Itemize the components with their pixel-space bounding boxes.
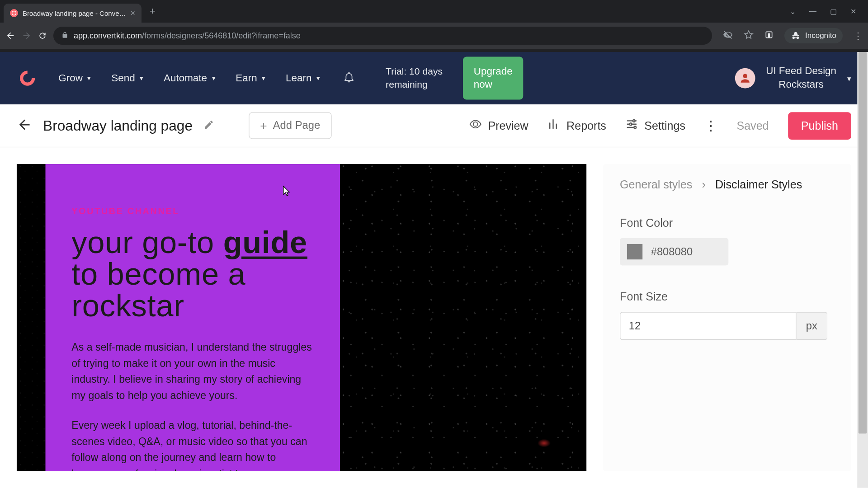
chevron-down-icon: ▾ — [316, 74, 320, 82]
incognito-badge[interactable]: Incognito — [784, 28, 843, 43]
team-name: UI Feed DesignRockstars — [766, 65, 836, 92]
editor-area: YOUTUBE CHANNEL your go-to guide to beco… — [0, 147, 868, 488]
maximize-icon[interactable]: ▢ — [830, 7, 837, 16]
eye-icon — [469, 117, 482, 134]
body-copy[interactable]: As a self-made musician, I understand th… — [71, 339, 314, 471]
chevron-down-icon: ▾ — [212, 74, 216, 82]
page-bar: Broadway landing page + Add Page Preview… — [0, 104, 868, 147]
settings-button[interactable]: Settings — [625, 117, 685, 134]
chevron-down-icon: ▾ — [262, 74, 265, 82]
font-size-unit: px — [797, 312, 828, 340]
eye-off-icon[interactable] — [723, 30, 733, 42]
edit-title-icon[interactable] — [203, 119, 214, 132]
browser-chrome: Broadway landing page - Conve… × + ⌄ — ▢… — [0, 0, 868, 52]
eyebrow-text[interactable]: YOUTUBE CHANNEL — [71, 206, 314, 216]
back-icon[interactable] — [5, 31, 15, 41]
convertkit-logo-icon[interactable] — [17, 67, 38, 89]
breadcrumb: General styles › Disclaimer Styles — [620, 178, 835, 192]
notifications-icon[interactable] — [343, 71, 354, 85]
tab-title: Broadway landing page - Conve… — [23, 9, 126, 17]
page-scrollbar[interactable] — [857, 52, 868, 488]
nav-earn[interactable]: Earn▾ — [236, 72, 265, 84]
svg-rect-2 — [768, 33, 770, 38]
preview-button[interactable]: Preview — [469, 117, 528, 134]
svg-point-6 — [634, 127, 636, 129]
svg-point-3 — [743, 74, 747, 78]
address-bar-right: Incognito ⋮ — [718, 28, 863, 43]
url-field[interactable]: app.convertkit.com/forms/designers/56468… — [53, 27, 712, 45]
incognito-label: Incognito — [805, 31, 836, 40]
tab-search-icon[interactable]: ⌄ — [790, 7, 796, 16]
browser-tab[interactable]: Broadway landing page - Conve… × — [4, 4, 142, 23]
reload-icon[interactable] — [38, 31, 47, 40]
trial-status: Trial: 10 daysremaining — [386, 66, 443, 91]
url-text: app.convertkit.com/forms/designers/56468… — [74, 31, 301, 41]
upgrade-button[interactable]: Upgradenow — [463, 56, 524, 99]
svg-point-5 — [630, 123, 632, 125]
hero-panel[interactable]: YOUTUBE CHANNEL your go-to guide to beco… — [45, 164, 340, 471]
saved-status: Saved — [736, 119, 769, 132]
svg-point-4 — [633, 120, 635, 122]
breadcrumb-current: Disclaimer Styles — [715, 178, 802, 192]
convertkit-favicon-icon — [10, 9, 18, 17]
font-color-label: Font Color — [620, 216, 835, 230]
scrollbar-thumb[interactable] — [859, 52, 867, 434]
bookmark-star-icon[interactable] — [744, 30, 754, 42]
minimize-icon[interactable]: — — [809, 7, 816, 16]
svg-point-0 — [12, 11, 16, 15]
incognito-icon — [791, 31, 801, 41]
page-title: Broadway landing page — [43, 117, 193, 134]
back-button[interactable] — [17, 117, 32, 135]
canvas[interactable]: YOUTUBE CHANNEL your go-to guide to beco… — [17, 164, 586, 471]
color-swatch[interactable] — [627, 244, 642, 259]
tab-bar: Broadway landing page - Conve… × + ⌄ — ▢… — [0, 0, 868, 23]
app-topnav: Grow▾ Send▾ Automate▾ Earn▾ Learn▾ Trial… — [0, 52, 868, 104]
forward-icon — [22, 31, 32, 41]
nav-grow[interactable]: Grow▾ — [58, 72, 91, 84]
style-panel: General styles › Disclaimer Styles Font … — [603, 164, 851, 471]
close-window-icon[interactable]: ✕ — [850, 7, 856, 16]
nav-send[interactable]: Send▾ — [111, 72, 143, 84]
lock-icon — [61, 32, 68, 40]
chevron-right-icon: › — [702, 178, 705, 192]
chevron-down-icon[interactable]: ▾ — [847, 74, 851, 83]
app-root: Grow▾ Send▾ Automate▾ Earn▾ Learn▾ Trial… — [0, 52, 868, 488]
more-menu-icon[interactable]: ⋮ — [704, 118, 717, 133]
close-tab-icon[interactable]: × — [130, 9, 135, 18]
new-tab-button[interactable]: + — [150, 5, 156, 17]
add-page-button[interactable]: + Add Page — [249, 112, 331, 139]
font-color-value[interactable] — [651, 245, 711, 258]
extensions-icon[interactable] — [764, 30, 774, 41]
breadcrumb-root[interactable]: General styles — [620, 178, 692, 192]
publish-button[interactable]: Publish — [788, 112, 851, 140]
plus-icon: + — [260, 119, 267, 132]
font-size-label: Font Size — [620, 291, 835, 304]
settings-icon — [625, 117, 638, 134]
window-controls: ⌄ — ▢ ✕ — [790, 7, 864, 16]
chevron-down-icon: ▾ — [140, 74, 143, 82]
canvas-bg-strip — [17, 164, 45, 471]
reports-button[interactable]: Reports — [547, 117, 606, 134]
font-size-input[interactable] — [620, 312, 797, 340]
canvas-image-area[interactable] — [340, 164, 586, 471]
browser-menu-icon[interactable]: ⋮ — [854, 30, 863, 41]
chevron-down-icon: ▾ — [87, 74, 91, 82]
image-accent — [538, 439, 551, 447]
reports-icon — [547, 117, 561, 134]
avatar[interactable] — [735, 68, 755, 89]
hero-heading[interactable]: your go-to guide to become a rockstar — [71, 227, 314, 322]
nav-learn[interactable]: Learn▾ — [286, 72, 320, 84]
font-color-input[interactable] — [620, 238, 728, 266]
nav-automate[interactable]: Automate▾ — [164, 72, 215, 84]
address-bar: app.convertkit.com/forms/designers/56468… — [0, 23, 868, 49]
